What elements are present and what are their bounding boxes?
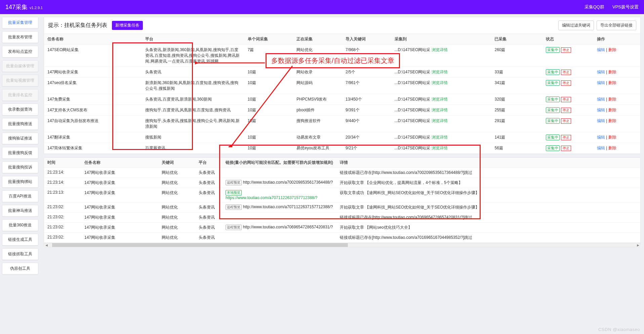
scroll-left-arrow[interactable]: ◀ — [44, 243, 49, 247]
cell-task-name: 147免费采集 — [44, 94, 142, 105]
delete-link[interactable]: 删除 — [608, 97, 616, 102]
cell-log-task: 147网站收录采集 — [81, 188, 158, 202]
cell-log-keyword: 网站优化 — [158, 188, 195, 202]
sidebar-item-12[interactable]: 百度API推送 — [2, 190, 38, 202]
stop-button[interactable]: 停止 — [561, 47, 571, 53]
cell-single: 10篇 — [244, 105, 293, 116]
edit-link[interactable]: 编辑 — [597, 97, 605, 102]
sidebar-item-17[interactable]: 伪原创工具 — [2, 263, 38, 274]
cell-status: 采集中停止 — [542, 78, 594, 94]
cell-task-name: 147翻译采集 — [44, 132, 142, 143]
cell-single: 10篇 — [244, 116, 293, 132]
delete-link[interactable]: 删除 — [608, 135, 616, 140]
delete-link[interactable]: 删除 — [608, 70, 616, 74]
sidebar-item-14[interactable]: 批量360推送 — [2, 219, 38, 231]
edit-link[interactable]: 编辑 — [597, 146, 605, 150]
th-status: 状态 — [542, 34, 594, 45]
browse-detail-link[interactable]: 浏览详情 — [432, 118, 448, 123]
remote-preview-button[interactable]: 远程预览 — [226, 205, 242, 210]
edit-link[interactable]: 编辑 — [597, 80, 605, 85]
cell-log-link — [222, 168, 336, 178]
cell-import-kw: 20/34个 — [342, 132, 391, 143]
status-running-tag: 采集中 — [546, 107, 560, 113]
delete-link[interactable]: 删除 — [608, 80, 616, 85]
log-row: 21:23:13:147网站收录采集网站优化头条资讯本地预览https://ww… — [44, 188, 640, 202]
new-task-button[interactable]: 新增采集任务 — [112, 21, 143, 30]
status-running-tag: 采集中 — [546, 145, 560, 151]
browse-detail-link[interactable]: 浏览详情 — [432, 97, 448, 102]
cell-collecting: 搜狗推送软件 — [293, 116, 342, 132]
log-link-url[interactable]: https://www.toutiao.com/a707112263715771… — [226, 195, 318, 200]
edit-link[interactable]: 编辑 — [597, 47, 605, 52]
delete-link[interactable]: 删除 — [608, 108, 616, 112]
stop-button[interactable]: 停止 — [561, 70, 571, 75]
sidebar-item-0[interactable]: 批量采集管理 — [2, 17, 38, 29]
sidebar-item-1[interactable]: 批量发布管理 — [2, 31, 38, 43]
browse-detail-link[interactable]: 浏览详情 — [432, 47, 448, 52]
cell-ops: 编辑 | 删除 — [594, 105, 640, 116]
browse-detail-link[interactable]: 浏览详情 — [432, 135, 448, 140]
sidebar-item-16[interactable]: 链接抓取工具 — [2, 248, 38, 260]
log-link-url[interactable]: http://www.toutiao.com/a7069654728657420… — [243, 225, 333, 229]
stop-button[interactable]: 停止 — [561, 118, 571, 124]
edit-link[interactable]: 编辑 — [597, 135, 605, 140]
tasks-panel-header: 提示：挂机采集任务列表 新增采集任务 编辑过滤关键词 导出全部错误链接 — [44, 17, 640, 34]
browse-detail-link[interactable]: 浏览详情 — [432, 108, 448, 112]
sidebar-item-6[interactable]: 收录数据查询 — [2, 104, 38, 115]
sidebar-item-10[interactable]: 批量搜狗投诉 — [2, 161, 38, 173]
sidebar-item-2[interactable]: 发布站点监控 — [2, 46, 38, 58]
edit-filter-keywords-button[interactable]: 编辑过滤关键词 — [558, 21, 594, 30]
sidebar-item-11[interactable]: 批量搜狗绑站 — [2, 176, 38, 188]
task-row: 147网站收录采集头条资讯10篇网站收录2/5个...D:\147SEO网站采 … — [44, 67, 640, 78]
tasks-table-header-row: 任务名称 平台 单个词采集 正在采集 导入关键词 采集到 已采集 状态 操作 — [44, 34, 640, 45]
stop-button[interactable]: 停止 — [561, 146, 571, 151]
sidebar: 批量采集管理批量发布管理发布站点监控批量自媒体管理批量短视频管理批量排名监控收录… — [0, 14, 40, 277]
local-preview-button[interactable]: 本地预览 — [226, 190, 242, 195]
cell-log-time: 21:23:14: — [44, 178, 81, 188]
remote-preview-button[interactable]: 远程预览 — [226, 180, 242, 185]
stop-button[interactable]: 停止 — [561, 135, 571, 140]
sidebar-item-9[interactable]: 批量搜狗反馈 — [2, 147, 38, 159]
horizontal-scrollbar[interactable]: ◀ ▶ — [44, 243, 640, 247]
sidebar-item-13[interactable]: 批量神马推送 — [2, 205, 38, 217]
delete-link[interactable]: 删除 — [608, 146, 616, 150]
cell-collecting: 动易发布文章 — [293, 132, 342, 143]
cell-status: 采集中停止 — [542, 94, 594, 105]
log-link-url[interactable]: http://www.toutiao.com/a7071122637157712… — [243, 205, 333, 209]
cell-log-link: 本地预览https://www.toutiao.com/a70711226371… — [222, 188, 336, 202]
edit-link[interactable]: 编辑 — [597, 70, 605, 74]
browse-detail-link[interactable]: 浏览详情 — [432, 70, 448, 74]
annotation-text: 多数据源多任务采集/自动过滤已采集文章 — [271, 57, 394, 64]
task-row: 147免费采集头条资讯,百度资讯,新浪新闻,360新闻10篇PHPCMSV9发布… — [44, 94, 640, 105]
cell-import-kw: 9/391个 — [342, 105, 391, 116]
cell-ops: 编辑 | 删除 — [594, 45, 640, 67]
scroll-thumb[interactable] — [52, 243, 348, 247]
status-running-tag: 采集中 — [546, 69, 560, 75]
link-vps-settings[interactable]: VPS拨号设置 — [612, 4, 639, 10]
task-row: 147翻译采集搜狐新闻10篇动易发布文章20/34个...D:\147SEO网站… — [44, 132, 640, 143]
remote-preview-button[interactable]: 远程预览 — [226, 225, 242, 230]
sidebar-item-8[interactable]: 搜狗验证推送 — [2, 133, 38, 144]
delete-link[interactable]: 删除 — [608, 118, 616, 123]
cell-collected: 260篇 — [491, 45, 542, 67]
stop-button[interactable]: 停止 — [561, 97, 571, 102]
stop-button[interactable]: 停止 — [561, 108, 571, 113]
cell-import-kw: 7/961个 — [342, 78, 391, 94]
sidebar-item-7[interactable]: 批量搜狗推送 — [2, 118, 38, 130]
stop-button[interactable]: 停止 — [561, 80, 571, 86]
cell-log-platform: 头条资讯 — [195, 202, 222, 213]
scroll-right-arrow[interactable]: ▶ — [636, 243, 640, 247]
browse-detail-link[interactable]: 浏览详情 — [432, 80, 448, 85]
browse-detail-link[interactable]: 浏览详情 — [432, 146, 448, 150]
log-link-url[interactable]: http://www.toutiao.com/a7002098535617364… — [243, 180, 333, 185]
status-running-tag: 采集中 — [546, 97, 560, 102]
delete-link[interactable]: 删除 — [608, 47, 616, 52]
sidebar-item-15[interactable]: 链接生成工具 — [2, 234, 38, 246]
edit-link[interactable]: 编辑 — [597, 118, 605, 123]
edit-link[interactable]: 编辑 — [597, 108, 605, 112]
export-error-links-button[interactable]: 导出全部错误链接 — [597, 21, 636, 30]
cell-single: 10篇 — [244, 132, 293, 143]
link-qq-group[interactable]: 采集QQ群 — [585, 4, 604, 10]
task-row: 147简体转繁体采集百度最资讯10篇易优eyou发布工具9/21个...D:\1… — [44, 143, 640, 154]
cell-import-kw: 9/440个 — [342, 116, 391, 132]
